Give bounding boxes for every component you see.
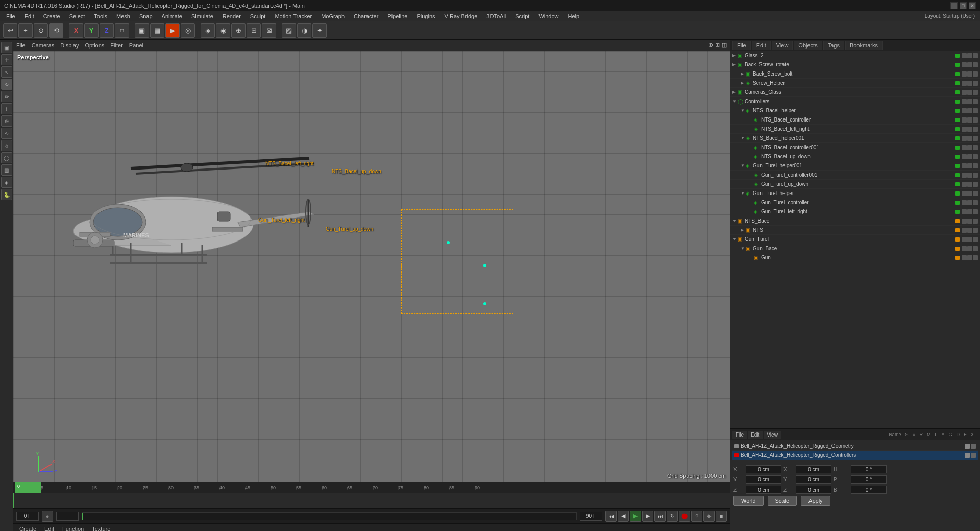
hier-action-dot-0[interactable] bbox=[962, 71, 967, 77]
hier-action-dot-2[interactable] bbox=[973, 145, 978, 150]
hier-action-dot-1[interactable] bbox=[967, 127, 972, 132]
menu-simulate[interactable]: Simulate bbox=[187, 12, 217, 20]
hier-action-dot-0[interactable] bbox=[962, 108, 967, 113]
hier-action-dot-2[interactable] bbox=[973, 127, 978, 132]
hier-action-dot-2[interactable] bbox=[973, 81, 978, 86]
y-input[interactable]: 0 cm bbox=[746, 475, 781, 484]
vp-icon-3[interactable]: ◫ bbox=[722, 42, 727, 49]
expand-arrow[interactable]: ▶ bbox=[732, 62, 738, 67]
x-input[interactable]: 0 cm bbox=[746, 465, 781, 473]
menu-sculpt[interactable]: Sculpt bbox=[246, 12, 270, 20]
hier-action-dot-1[interactable] bbox=[967, 108, 972, 113]
tab-bookmarks[interactable]: Bookmarks bbox=[845, 41, 883, 50]
menu-create[interactable]: Create bbox=[39, 12, 64, 20]
hier-action-dot-0[interactable] bbox=[962, 99, 967, 104]
hier-item-Gun_Turel_helper001[interactable]: ▼◈Gun_Turel_helper001 bbox=[730, 161, 980, 171]
maximize-button[interactable]: □ bbox=[960, 2, 967, 9]
play-button[interactable]: ▶ bbox=[630, 511, 641, 522]
z-axis-button[interactable]: Z bbox=[100, 23, 114, 38]
hier-action-dot-2[interactable] bbox=[973, 182, 978, 187]
hier-action-dot-1[interactable] bbox=[967, 99, 972, 104]
hier-action-dot-2[interactable] bbox=[973, 99, 978, 104]
hier-action-dot-1[interactable] bbox=[967, 163, 972, 168]
redo-button[interactable]: + bbox=[18, 23, 33, 38]
magnet-tool[interactable]: ⊚ bbox=[1, 115, 12, 127]
hier-action-dot-1[interactable] bbox=[967, 200, 972, 205]
hier-action-dot-1[interactable] bbox=[967, 136, 972, 141]
hier-action-dot-2[interactable] bbox=[973, 237, 978, 242]
hier-item-NTS_Bacel_helper001[interactable]: ▼◈NTS_Bacel_helper001 bbox=[730, 134, 980, 143]
x-axis-button[interactable]: X bbox=[69, 23, 83, 38]
hier-action-dot-0[interactable] bbox=[962, 209, 967, 214]
hier-action-dot-1[interactable] bbox=[967, 237, 972, 242]
menu-3dtoall[interactable]: 3DToAll bbox=[482, 12, 510, 20]
hier-action-dot-2[interactable] bbox=[973, 62, 978, 67]
menu-mograph[interactable]: MoGraph bbox=[317, 12, 349, 20]
hier-action-dot-2[interactable] bbox=[973, 200, 978, 205]
hier-item-Glass_2[interactable]: ▶▣Glass_2 bbox=[730, 51, 980, 60]
end-frame-input[interactable] bbox=[580, 512, 602, 521]
hier-action-dot-0[interactable] bbox=[962, 200, 967, 205]
timeline-options[interactable]: ≡ bbox=[716, 511, 727, 522]
h-input[interactable]: 0 ° bbox=[851, 465, 887, 473]
vp-display-menu[interactable]: Display bbox=[60, 42, 79, 49]
props-row-geometry[interactable]: Bell_AH-1Z_Attack_Helicopter_Rigged_Geom… bbox=[732, 442, 978, 451]
hier-action-dot-1[interactable] bbox=[967, 255, 972, 260]
hier-action-dot-0[interactable] bbox=[962, 136, 967, 141]
expand-arrow[interactable]: ▶ bbox=[741, 228, 746, 232]
hier-action-dot-0[interactable] bbox=[962, 81, 967, 86]
z-input[interactable]: 0 cm bbox=[746, 486, 781, 494]
hier-action-dot-1[interactable] bbox=[967, 182, 972, 187]
tab-view[interactable]: View bbox=[772, 41, 793, 50]
hier-action-dot-2[interactable] bbox=[973, 117, 978, 123]
hier-item-Gun_Turel_controller001[interactable]: ◈Gun_Turel_controller001 bbox=[730, 171, 980, 180]
vp-file-menu[interactable]: File bbox=[16, 42, 26, 49]
prev-frame-button[interactable]: ◀ bbox=[618, 511, 629, 522]
select-tool[interactable]: ▣ bbox=[1, 42, 12, 53]
hier-item-Back_Screw_bolt[interactable]: ▶▣Back_Screw_bolt bbox=[730, 69, 980, 79]
hier-action-dot-1[interactable] bbox=[967, 173, 972, 178]
go-end-button[interactable]: ⏭ bbox=[654, 511, 666, 522]
rotate-tool[interactable]: ↻ bbox=[1, 79, 12, 90]
render-active-button[interactable]: ◎ bbox=[181, 23, 195, 38]
vp-icon-2[interactable]: ⊞ bbox=[715, 42, 720, 49]
hier-action-dot-1[interactable] bbox=[967, 117, 972, 123]
current-frame-input[interactable] bbox=[16, 512, 39, 521]
menu-plugins[interactable]: Plugins bbox=[412, 12, 439, 20]
hier-action-dot-1[interactable] bbox=[967, 154, 972, 159]
hier-action-dot-1[interactable] bbox=[967, 71, 972, 77]
hier-action-dot-0[interactable] bbox=[962, 219, 967, 224]
hier-action-dot-1[interactable] bbox=[967, 228, 972, 233]
menu-tools[interactable]: Tools bbox=[90, 12, 111, 20]
expand-arrow[interactable]: ▶ bbox=[732, 90, 738, 94]
tab-edit[interactable]: Edit bbox=[42, 525, 56, 532]
expand-arrow[interactable]: ▶ bbox=[741, 81, 746, 85]
vp-icon-1[interactable]: ⊕ bbox=[708, 42, 713, 49]
sculpt-tool[interactable]: ◈ bbox=[1, 177, 12, 188]
menu-edit[interactable]: Edit bbox=[20, 12, 38, 20]
live-select-button[interactable]: ⊙ bbox=[34, 23, 48, 38]
tool-4[interactable]: ⊞ bbox=[247, 23, 261, 38]
next-frame-button[interactable]: ▶ bbox=[642, 511, 653, 522]
record-active-button[interactable]: ⬤ bbox=[679, 511, 690, 522]
hier-action-dot-2[interactable] bbox=[973, 173, 978, 178]
hier-action-dot-1[interactable] bbox=[967, 53, 972, 58]
props-tab-view[interactable]: View bbox=[764, 431, 781, 439]
paint-tool[interactable]: ▧ bbox=[1, 164, 12, 176]
hier-item-NTS_Bace[interactable]: ▼▣NTS_Bace bbox=[730, 216, 980, 226]
shading-button[interactable]: ◑ bbox=[297, 23, 311, 38]
hier-action-dot-1[interactable] bbox=[967, 145, 972, 150]
apply-button[interactable]: Apply bbox=[801, 496, 830, 506]
hier-action-dot-2[interactable] bbox=[973, 209, 978, 214]
tab-edit[interactable]: Edit bbox=[752, 41, 771, 50]
tab-file[interactable]: File bbox=[732, 41, 751, 50]
render-view-button[interactable]: ▦ bbox=[150, 23, 164, 38]
hier-action-dot-1[interactable] bbox=[967, 191, 972, 196]
hier-item-Back_Screw_rotate[interactable]: ▶▣Back_Screw_rotate bbox=[730, 60, 980, 69]
hier-action-dot-2[interactable] bbox=[973, 255, 978, 260]
key-button[interactable]: ◆ bbox=[703, 511, 715, 522]
hier-action-dot-0[interactable] bbox=[962, 228, 967, 233]
world-button[interactable]: World bbox=[733, 496, 764, 506]
vp-filter-menu[interactable]: Filter bbox=[110, 42, 122, 49]
hier-item-Cameras_Glass[interactable]: ▶▣Cameras_Glass bbox=[730, 88, 980, 97]
